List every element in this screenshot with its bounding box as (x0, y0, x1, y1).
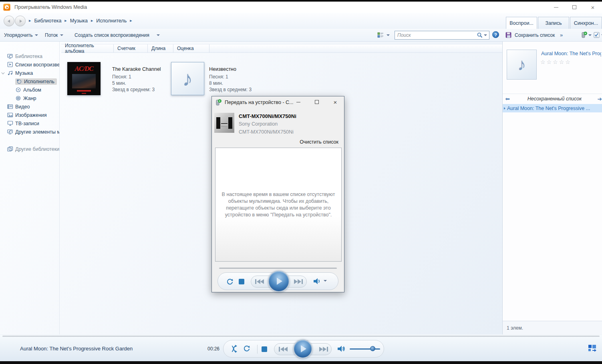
stop-button[interactable] (262, 346, 267, 352)
minimize-icon (296, 102, 300, 102)
sidebar-item-artist[interactable]: Исполнитель (0, 77, 59, 86)
minimize-button[interactable] (547, 2, 565, 13)
column-album-artist[interactable]: Исполнитель альбома (61, 44, 114, 52)
create-playlist-button[interactable]: Создать список воспроизведения (74, 29, 160, 41)
play-button[interactable] (268, 270, 290, 292)
sidebar-item-tv[interactable]: ТВ-записи (0, 119, 59, 128)
device-photo (214, 113, 234, 133)
sidebar-item-library[interactable]: Библиотека (0, 52, 59, 60)
sidebar-item-pictures[interactable]: Изображения (0, 111, 59, 119)
chevron-down-icon (157, 34, 160, 36)
playback-bar: Aural Moon: The Net's Progressive Rock G… (0, 334, 602, 361)
music-note-icon: ♪ (183, 67, 193, 91)
back-button[interactable] (4, 16, 14, 26)
breadcrumb-library[interactable]: Библиотека (34, 18, 61, 24)
sidebar-item-album[interactable]: Альбом (0, 86, 59, 94)
forward-button[interactable] (15, 16, 26, 26)
expand-chevron-icon[interactable] (2, 71, 5, 74)
sync-device-menu-button[interactable] (581, 29, 592, 41)
dialog-maximize-button[interactable] (309, 96, 325, 108)
shuffle-button[interactable] (230, 344, 239, 353)
column-count[interactable]: Счетчик (114, 44, 148, 52)
maximize-button[interactable] (565, 2, 584, 13)
now-playing-view-icon (588, 344, 597, 352)
dialog-minimize-button[interactable] (290, 96, 306, 108)
window-title: Проигрыватель Windows Media (14, 4, 87, 10)
minimize-icon (554, 7, 558, 8)
play-button[interactable] (293, 339, 312, 358)
repeat-button[interactable] (243, 344, 251, 352)
previous-button[interactable] (278, 346, 288, 353)
clear-list-link[interactable]: Очистить список (300, 139, 338, 145)
device-model: CMT-MX700Ni/MX750Ni (239, 129, 294, 135)
search-options-chevron-icon[interactable] (484, 34, 487, 36)
column-length[interactable]: Длина (148, 44, 173, 52)
sidebar-item-label: Видео (15, 104, 30, 110)
playing-marker-icon (504, 107, 505, 110)
empty-queue-message: В настоящее время в вашем списке отсутст… (218, 191, 339, 218)
sidebar-item-label: Другие библиотеки (15, 146, 59, 152)
elapsed-time: 00:26 (200, 346, 219, 352)
sidebar-item-other-media[interactable]: Другие элементы м (0, 128, 59, 136)
tile-unknown[interactable]: Неизвестно Песня: 1 8 мин. Звезд в средн… (209, 66, 301, 93)
seek-slider[interactable] (2, 336, 600, 337)
sidebar-item-video[interactable]: Видео (0, 102, 59, 111)
stream-menu-button[interactable]: Поток (45, 29, 63, 41)
overflow-chevrons-button[interactable]: » (560, 29, 563, 41)
stop-button[interactable] (239, 279, 244, 284)
help-button[interactable]: ? (492, 31, 499, 38)
playlists-icon (7, 62, 13, 67)
save-list-label: Сохранить список (515, 32, 555, 38)
column-rating[interactable]: Оценка (173, 44, 209, 52)
now-playing-link[interactable]: Aural Moon: The Net's Prog... (541, 51, 601, 56)
search-icon[interactable] (477, 32, 483, 38)
view-options-button[interactable] (377, 29, 390, 41)
sidebar-item-other-libraries[interactable]: Другие библиотеки (0, 145, 59, 153)
tab-burn[interactable]: Запись (538, 17, 569, 29)
save-list-button[interactable]: Сохранить список (505, 29, 555, 41)
previous-button[interactable] (254, 278, 265, 285)
rating-stars[interactable]: ☆☆☆☆☆ (540, 59, 572, 65)
dialog-close-button[interactable]: × (327, 96, 343, 108)
list-options-button[interactable] (594, 29, 602, 41)
play-list-panel: ♪ Aural Moon: The Net's Prog... ☆☆☆☆☆ ⬅ … (502, 42, 602, 334)
search-input[interactable] (395, 32, 477, 38)
volume-button[interactable] (312, 277, 321, 286)
sidebar-item-genre[interactable]: Жанр (0, 94, 59, 102)
volume-slider-thumb[interactable] (370, 346, 375, 351)
volume-menu-button[interactable] (324, 280, 327, 282)
playlist-footer: 1 элем. (503, 321, 602, 334)
next-button[interactable] (318, 346, 329, 353)
toolbar: Упорядочить Поток Создать список воспрои… (0, 29, 602, 42)
next-button[interactable] (293, 278, 304, 285)
now-playing-title: Aural Moon: The Net's Progressive Rock G… (20, 346, 133, 352)
device-name: CMT-MX700Ni/MX750Ni (239, 113, 296, 119)
tab-play[interactable]: Воспрои... (506, 17, 537, 29)
dialog-seek-slider[interactable] (219, 268, 337, 269)
transport-controls (223, 340, 384, 358)
breadcrumb-arrow-icon: ▶ (29, 19, 31, 22)
sidebar-item-playlists[interactable]: Списки воспроизве (0, 60, 59, 69)
prev-list-arrow-icon[interactable]: ⬅ (503, 96, 512, 102)
switch-to-now-playing-button[interactable] (588, 344, 597, 354)
volume-button[interactable] (336, 344, 345, 353)
breadcrumb: ▶ Библиотека ▶ Музыка ▶ Исполнитель ▶ (29, 13, 132, 29)
playlist-item-selected[interactable]: Aural Moon: The Net's Progressive ... (503, 104, 602, 112)
now-playing-art: ♪ (507, 50, 537, 80)
volume-slider[interactable] (350, 348, 380, 350)
column-headers: Исполнитель альбома Счетчик Длина Оценка (61, 44, 502, 53)
album-art-karaoke-channel[interactable]: AC/DC (67, 62, 101, 95)
repeat-button[interactable] (225, 277, 235, 286)
dialog-queue-list[interactable]: В настоящее время в вашем списке отсутст… (215, 148, 342, 262)
divider (257, 345, 258, 354)
sidebar-item-music[interactable]: Музыка (0, 69, 59, 77)
next-list-arrow-icon[interactable]: ➜ (597, 96, 602, 102)
previous-icon (278, 346, 288, 353)
cast-to-device-dialog: Передать на устройство - С... × CMT-MX70… (211, 96, 344, 292)
close-button[interactable]: × (584, 2, 602, 13)
tab-sync[interactable]: Синхрон... (570, 17, 602, 29)
breadcrumb-artist[interactable]: Исполнитель (96, 18, 127, 24)
breadcrumb-music[interactable]: Музыка (70, 18, 88, 24)
album-art-unknown[interactable]: ♪ (171, 62, 204, 95)
organize-menu-button[interactable]: Упорядочить (4, 29, 38, 41)
